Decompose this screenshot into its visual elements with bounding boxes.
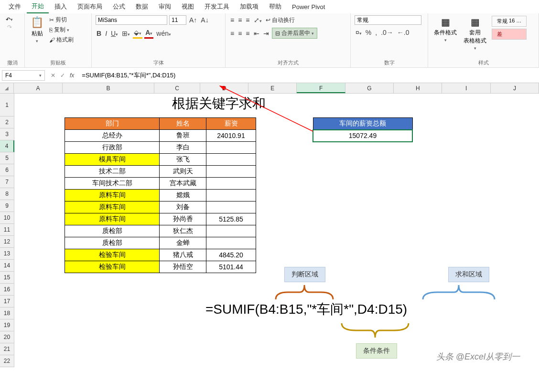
wrap-text-button[interactable]: ↩自动换行 xyxy=(265,16,296,25)
conditional-format-button[interactable]: ▦ 条件格式▾ xyxy=(432,15,459,43)
cell-dept[interactable]: 原料车间 xyxy=(65,213,160,225)
font-size-select[interactable] xyxy=(169,15,186,25)
cell-dept[interactable]: 行政部 xyxy=(65,142,160,154)
menu-addins[interactable]: 加载项 xyxy=(235,0,263,13)
font-color-icon[interactable]: A▾ xyxy=(144,28,153,39)
col-header[interactable]: E xyxy=(248,83,297,93)
decrease-decimal-icon[interactable]: ←.0 xyxy=(396,28,410,37)
row-header[interactable]: 17 xyxy=(0,296,14,307)
row-header[interactable]: 11 xyxy=(0,224,14,236)
cell-dept[interactable]: 质检部 xyxy=(65,237,160,249)
col-header[interactable]: D xyxy=(200,83,248,93)
decrease-font-icon[interactable]: A↓ xyxy=(200,15,209,25)
align-left-icon[interactable]: ≡ xyxy=(229,29,235,38)
row-header[interactable]: 2 xyxy=(0,117,14,128)
cell-name[interactable]: 张飞 xyxy=(160,154,206,166)
cell-name[interactable]: 嫦娥 xyxy=(160,190,206,201)
row-header[interactable]: 5 xyxy=(0,152,14,164)
align-top-icon[interactable]: ≡ xyxy=(229,15,235,25)
cell-salary[interactable] xyxy=(206,154,256,166)
cancel-icon[interactable]: ✕ xyxy=(49,71,57,80)
currency-icon[interactable]: ¤▾ xyxy=(355,28,363,37)
increase-font-icon[interactable]: A↑ xyxy=(188,15,198,25)
cell-dept[interactable]: 原料车间 xyxy=(65,201,160,213)
cell-dept[interactable]: 检验车间 xyxy=(65,249,160,261)
phonetic-icon[interactable]: wén▾ xyxy=(155,29,172,38)
table-format-button[interactable]: ▦ 套用 表格格式▾ xyxy=(462,15,488,52)
cell-dept[interactable]: 质检部 xyxy=(65,225,160,237)
align-right-icon[interactable]: ≡ xyxy=(245,29,250,38)
cell-salary[interactable] xyxy=(206,225,256,237)
style-bad[interactable]: 差 xyxy=(492,29,527,40)
row-header[interactable]: 6 xyxy=(0,164,14,176)
fx-icon[interactable]: fx xyxy=(68,71,76,80)
align-bottom-icon[interactable]: ≡ xyxy=(245,15,250,25)
menu-powerpivot[interactable]: Power Pivot xyxy=(287,1,330,12)
percent-icon[interactable]: % xyxy=(365,28,372,37)
menu-devtools[interactable]: 开发工具 xyxy=(200,0,234,13)
cell-salary[interactable] xyxy=(206,190,256,201)
name-box[interactable]: F4▾ xyxy=(2,70,45,81)
confirm-icon[interactable]: ✓ xyxy=(58,71,67,80)
cell-name[interactable]: 武则天 xyxy=(160,166,206,178)
align-center-icon[interactable]: ≡ xyxy=(237,29,243,38)
menu-insert[interactable]: 插入 xyxy=(50,0,72,13)
row-header[interactable]: 19 xyxy=(0,319,14,331)
menu-file[interactable]: 文件 xyxy=(4,0,26,13)
select-all-corner[interactable]: ◢ xyxy=(0,83,14,93)
cell-name[interactable]: 宫本武藏 xyxy=(160,178,206,190)
col-header[interactable]: C xyxy=(154,83,200,93)
formula-input[interactable]: =SUMIF(B4:B15,"*车间*",D4:D15) xyxy=(78,69,539,82)
row-header[interactable]: 12 xyxy=(0,236,14,248)
format-painter-button[interactable]: 🖌格式刷 xyxy=(48,35,75,44)
menu-home[interactable]: 开始 xyxy=(27,0,49,13)
underline-icon[interactable]: U▾ xyxy=(110,29,119,38)
row-header[interactable]: 14 xyxy=(0,260,14,272)
col-header[interactable]: G xyxy=(345,83,394,93)
cell-salary[interactable]: 5125.85 xyxy=(206,213,256,225)
border-icon[interactable]: ⊞▾ xyxy=(121,29,131,38)
cell-salary[interactable]: 4845.20 xyxy=(206,249,256,261)
row-header[interactable]: 4 xyxy=(0,140,14,152)
cell-name[interactable]: 猪八戒 xyxy=(160,249,206,261)
row-header[interactable]: 8 xyxy=(0,188,14,200)
row-header[interactable]: 22 xyxy=(0,355,14,367)
row-header[interactable]: 1 xyxy=(0,94,14,117)
menu-review[interactable]: 审阅 xyxy=(154,0,176,13)
cell-dept[interactable]: 模具车间 xyxy=(65,154,160,166)
cut-button[interactable]: ✂剪切 xyxy=(48,15,75,24)
cell-dept[interactable]: 总经办 xyxy=(65,130,160,142)
menu-view[interactable]: 视图 xyxy=(177,0,199,13)
decrease-indent-icon[interactable]: ⇤ xyxy=(253,29,260,38)
cell-dept[interactable]: 技术二部 xyxy=(65,166,160,178)
increase-decimal-icon[interactable]: .0→ xyxy=(380,28,394,37)
orientation-icon[interactable]: ⤢▾ xyxy=(253,15,263,25)
cell-name[interactable]: 鲁班 xyxy=(160,130,206,142)
col-header[interactable]: B xyxy=(63,83,155,93)
menu-formulas[interactable]: 公式 xyxy=(108,0,130,13)
result-cell[interactable]: 15072.49 xyxy=(313,130,412,142)
row-header[interactable]: 21 xyxy=(0,343,14,355)
row-header[interactable]: 13 xyxy=(0,248,14,260)
cell-name[interactable]: 狄仁杰 xyxy=(160,225,206,237)
col-header[interactable]: A xyxy=(14,83,62,93)
row-header[interactable]: 16 xyxy=(0,284,14,296)
style-normal[interactable]: 常规 16 … xyxy=(492,16,527,27)
italic-icon[interactable]: I xyxy=(104,29,108,38)
cell-name[interactable]: 孙尚香 xyxy=(160,213,206,225)
col-header[interactable]: F xyxy=(297,83,345,93)
menu-help[interactable]: 帮助 xyxy=(264,0,286,13)
increase-indent-icon[interactable]: ⇥ xyxy=(262,29,270,38)
row-header[interactable]: 9 xyxy=(0,200,14,212)
col-header[interactable]: H xyxy=(394,83,442,93)
cell-salary[interactable] xyxy=(206,178,256,190)
row-header[interactable]: 10 xyxy=(0,212,14,224)
align-middle-icon[interactable]: ≡ xyxy=(237,15,243,25)
cell-name[interactable]: 李白 xyxy=(160,142,206,154)
cell-salary[interactable] xyxy=(206,142,256,154)
menu-layout[interactable]: 页面布局 xyxy=(73,0,107,13)
row-header[interactable]: 20 xyxy=(0,331,14,343)
merge-cells-button[interactable]: ⊟合并后居中▾ xyxy=(272,28,317,39)
cell-salary[interactable] xyxy=(206,237,256,249)
row-header[interactable]: 7 xyxy=(0,176,14,188)
